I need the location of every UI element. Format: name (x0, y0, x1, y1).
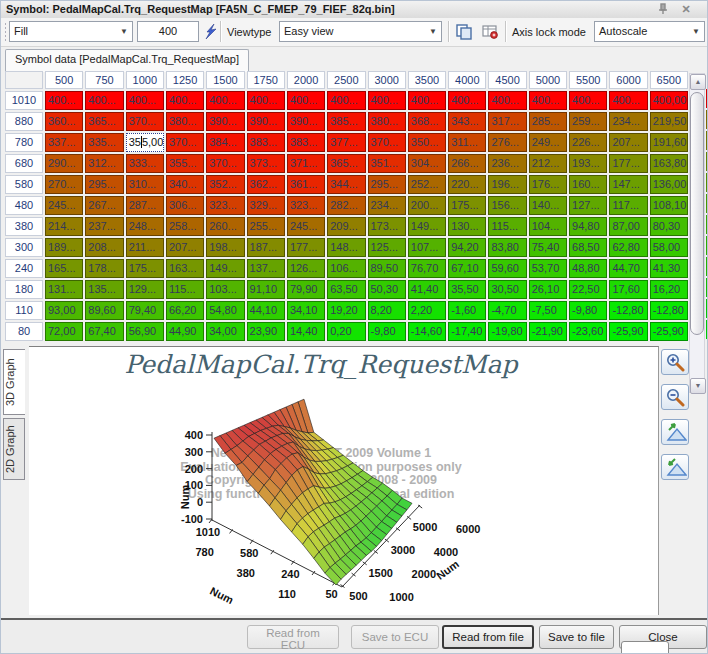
table-cell[interactable]: 306... (166, 196, 204, 215)
read-from-file-button[interactable]: Read from file (442, 625, 534, 649)
table-cell[interactable]: 177... (609, 154, 647, 173)
table-cell[interactable]: 131... (45, 280, 83, 299)
table-cell[interactable]: 400... (287, 91, 325, 110)
table-cell[interactable]: -12,80 (609, 301, 647, 320)
table-cell[interactable]: 245... (287, 217, 325, 236)
table-cell[interactable]: 400... (408, 91, 446, 110)
table-cell[interactable]: 16,20 (650, 280, 688, 299)
copy-view-button[interactable] (453, 21, 477, 44)
table-cell[interactable]: 41,30 (650, 259, 688, 278)
table-cell[interactable]: 63,50 (327, 280, 365, 299)
table-cell[interactable]: 383... (287, 133, 325, 152)
table-cell[interactable]: -7,50 (529, 301, 567, 320)
table-cell[interactable]: 89,60 (85, 301, 123, 320)
table-cell[interactable]: 287... (126, 196, 164, 215)
table-cell[interactable]: 44,70 (609, 259, 647, 278)
scrollbar-thumb[interactable] (690, 92, 704, 335)
table-cell[interactable]: 34,00 (206, 322, 244, 341)
table-cell[interactable]: 91,10 (247, 280, 285, 299)
table-cell[interactable]: 255... (247, 217, 285, 236)
table-cell[interactable]: 191,60 (650, 133, 688, 152)
table-cell[interactable]: 198... (206, 238, 244, 257)
table-cell[interactable]: 135... (85, 280, 123, 299)
table-cell[interactable]: 17,60 (609, 280, 647, 299)
table-cell[interactable]: 351... (368, 154, 406, 173)
table-cell[interactable]: 361... (287, 175, 325, 194)
table-cell[interactable]: 196... (488, 175, 526, 194)
table-cell[interactable]: 2,20 (408, 301, 446, 320)
table-cell[interactable]: 368... (408, 112, 446, 131)
table-cell[interactable]: 352... (206, 175, 244, 194)
table-cell[interactable]: -25,90 (650, 322, 688, 341)
table-cell[interactable]: -9,80 (569, 301, 607, 320)
table-cell[interactable]: 312... (85, 154, 123, 173)
table-cell[interactable]: 22,50 (569, 280, 607, 299)
table-cell[interactable]: 400... (247, 91, 285, 110)
table-cell[interactable]: 400... (569, 91, 607, 110)
table-cell[interactable]: 175... (126, 259, 164, 278)
table-cell[interactable]: 245... (45, 196, 83, 215)
table-cell[interactable]: 106... (327, 259, 365, 278)
table-cell[interactable]: 148... (327, 238, 365, 257)
table-cell[interactable]: 400... (206, 91, 244, 110)
table-cell[interactable]: 362... (247, 175, 285, 194)
table-cell[interactable]: 333... (126, 154, 164, 173)
table-cell[interactable]: 220... (448, 175, 486, 194)
axis-lock-dropdown[interactable]: Autoscale ▼ (594, 21, 705, 42)
table-cell[interactable]: 360... (45, 112, 83, 131)
table-cell[interactable]: -21,90 (529, 322, 567, 341)
table-cell[interactable]: 115... (166, 280, 204, 299)
table-cell[interactable]: 93,00 (45, 301, 83, 320)
table-cell[interactable]: 236... (488, 154, 526, 173)
table-cell[interactable]: 175... (448, 196, 486, 215)
table-cell[interactable]: 163,80 (650, 154, 688, 173)
window-title-bar[interactable]: Symbol: PedalMapCal.Trq_RequestMap [FA5N… (1, 1, 708, 19)
table-cell[interactable]: 149... (206, 259, 244, 278)
table-cell[interactable]: 207... (609, 133, 647, 152)
table-cell[interactable]: 343... (448, 112, 486, 131)
table-cell[interactable]: 209... (327, 217, 365, 236)
table-cell[interactable]: 365... (85, 112, 123, 131)
table-cell[interactable]: 187... (247, 238, 285, 257)
table-cell[interactable]: 248... (126, 217, 164, 236)
table-cell[interactable]: 0,20 (327, 322, 365, 341)
table-cell[interactable]: 56,90 (126, 322, 164, 341)
table-cell[interactable]: 355... (166, 154, 204, 173)
table-cell[interactable]: 226... (569, 133, 607, 152)
table-cell[interactable]: 370... (166, 133, 204, 152)
table-cell[interactable]: 178... (85, 259, 123, 278)
table-cell[interactable]: 377... (327, 133, 365, 152)
zoom-out-button[interactable] (661, 384, 689, 410)
export-table-button[interactable] (479, 21, 503, 44)
tab-3d-graph[interactable]: 3D Graph (3, 349, 25, 415)
table-cell[interactable]: 365... (327, 154, 365, 173)
table-cell[interactable]: 323... (206, 196, 244, 215)
toolbar-grip[interactable] (4, 22, 7, 42)
table-cell[interactable]: 207... (166, 238, 204, 257)
table-cell[interactable]: 44,90 (166, 322, 204, 341)
table-cell[interactable]: -19,80 (488, 322, 526, 341)
table-cell[interactable]: 311... (448, 133, 486, 152)
table-cell[interactable]: 125... (368, 238, 406, 257)
table-cell[interactable]: 59,60 (488, 259, 526, 278)
table-cell[interactable]: 173... (368, 217, 406, 236)
table-cell[interactable]: -23,60 (569, 322, 607, 341)
table-cell[interactable]: 126... (287, 259, 325, 278)
table-cell[interactable]: 189... (45, 238, 83, 257)
table-vertical-scrollbar[interactable]: ▲ ▼ (689, 73, 705, 393)
table-cell[interactable]: -25,90 (609, 322, 647, 341)
table-cell[interactable]: 270... (45, 175, 83, 194)
table-cell[interactable]: 76,70 (408, 259, 446, 278)
table-cell[interactable]: 50,30 (368, 280, 406, 299)
table-cell[interactable]: 259... (569, 112, 607, 131)
table-cell[interactable]: 317... (488, 112, 526, 131)
table-cell[interactable]: 14,40 (287, 322, 325, 341)
table-cell[interactable]: 212... (529, 154, 567, 173)
close-icon[interactable]: ✕ (677, 2, 695, 16)
table-cell[interactable]: 370... (368, 133, 406, 152)
table-cell[interactable]: 260... (206, 217, 244, 236)
table-cell[interactable]: 400... (126, 91, 164, 110)
table-cell[interactable]: 285... (529, 112, 567, 131)
scroll-up-arrow[interactable]: ▲ (690, 74, 706, 90)
table-cell[interactable]: 310... (126, 175, 164, 194)
